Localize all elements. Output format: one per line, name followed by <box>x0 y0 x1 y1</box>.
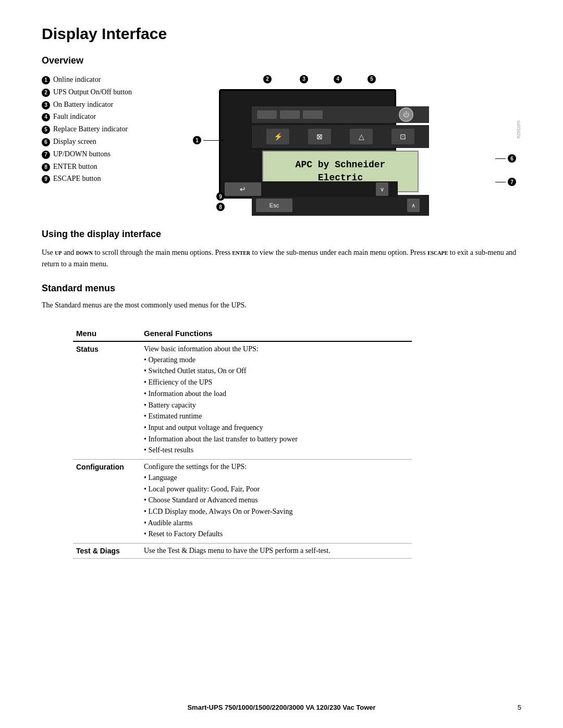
btn-icon-4[interactable]: ⊡ <box>391 129 414 144</box>
ups-body: ⏻ ⚡ ⊠ △ ⊡ APC by Schneider Electric <box>219 89 396 199</box>
menu-item: Information about the load <box>144 388 407 400</box>
indicator-label: UP/DOWN buttons <box>53 148 111 161</box>
using-section: Using the display interface Use up and d… <box>42 229 521 270</box>
indicator-item-1: 1Online indicator <box>42 73 177 86</box>
callout-8-bottom: 8 <box>216 203 225 211</box>
callout-6-side: 6 <box>495 154 516 163</box>
down-button[interactable]: ∨ <box>376 182 388 196</box>
menu-item: Information about the last transfer to b… <box>144 434 407 445</box>
overview-section: Overview 1Online indicator2UPS Output On… <box>42 55 521 214</box>
indicator-item-3: 3On Battery indicator <box>42 98 177 111</box>
using-text: Use up and down to scroll through the ma… <box>42 247 521 270</box>
up-label: up <box>55 249 62 256</box>
menu-item: Language <box>144 472 407 484</box>
col-functions: General Functions <box>141 327 412 341</box>
indicator-num: 5 <box>42 126 50 134</box>
menu-item: Audible alarms <box>144 517 407 529</box>
indicator-label: Display screen <box>53 135 96 148</box>
btn-icon-3[interactable]: △ <box>350 129 373 144</box>
overview-heading: Overview <box>42 55 521 66</box>
table-row: ConfigurationConfigure the settings for … <box>73 459 412 543</box>
down-label: down <box>76 249 93 256</box>
indicator-num: 1 <box>42 76 50 84</box>
buttons-row: ⚡ ⊠ △ ⊡ <box>252 125 429 148</box>
indicator-label: Online indicator <box>53 73 101 86</box>
menu-item: Reset to Factory Defaults <box>144 528 407 540</box>
menu-name: Test & Diags <box>73 544 141 559</box>
menu-item: LCD Display mode, Always On or Power-Sav… <box>144 506 407 517</box>
menu-item: Estimated runtime <box>144 411 407 422</box>
menu-name: Status <box>73 341 141 460</box>
watermark: su0342a <box>516 120 521 139</box>
page-title: Display Interface <box>42 25 521 43</box>
indicator-num: 2 <box>42 89 50 97</box>
menu-functions: View basic information about the UPS:Ope… <box>141 341 412 460</box>
standard-intro: The Standard menus are the most commonly… <box>42 301 521 310</box>
menu-table: Menu General Functions StatusView basic … <box>73 327 412 559</box>
indicator-item-2: 2UPS Output On/Off button <box>42 86 177 98</box>
menu-intro: Configure the settings for the UPS: <box>144 463 247 471</box>
screen-text-line1: APC by Schneider <box>296 158 386 171</box>
indicator-label: Replace Battery indicator <box>53 123 128 135</box>
indicator-item-8: 8ENTER button <box>42 161 177 173</box>
callout-5: 5 <box>368 75 376 83</box>
bottom-row: Esc ∧ <box>252 195 429 216</box>
menu-item: Operating mode <box>144 354 407 366</box>
standard-heading: Standard menus <box>42 283 521 294</box>
menu-item: Self-test results <box>144 445 407 456</box>
indicator-num: 3 <box>42 101 50 109</box>
standard-section: Standard menus The Standard menus are th… <box>42 283 521 559</box>
table-row: StatusView basic information about the U… <box>73 341 412 460</box>
callout-4: 4 <box>334 75 342 83</box>
table-row: Test & DiagsUse the Test & Diags menu to… <box>73 544 412 559</box>
menu-item: Input and output voltage and frequency <box>144 422 407 434</box>
escape-label: escape <box>427 249 448 256</box>
indicator-item-4: 4Fault indicator <box>42 110 177 123</box>
indicator-num: 7 <box>42 151 50 159</box>
menu-item: Battery capacity <box>144 400 407 411</box>
callout-7-side: 7 <box>495 178 516 186</box>
menu-item: Local power quality: Good, Fair, Poor <box>144 484 407 495</box>
indicator-label: ESCAPE button <box>53 172 101 185</box>
enter-row: ↵ ∨ <box>221 181 398 197</box>
indicator-num: 8 <box>42 163 50 171</box>
up-button[interactable]: ∧ <box>407 199 420 212</box>
menu-item: Efficiency of the UPS <box>144 377 407 388</box>
indicator-label: ENTER button <box>53 161 97 173</box>
indicator-label: UPS Output On/Off button <box>53 86 132 98</box>
menu-functions: Use the Test & Diags menu to have the UP… <box>141 544 412 559</box>
indicator-num: 6 <box>42 138 50 146</box>
callout-9-bottom: 9 <box>216 192 225 201</box>
indicator-label: On Battery indicator <box>53 98 113 111</box>
top-bar: ⏻ <box>252 106 429 123</box>
menu-item: Switched Outlet status, On or Off <box>144 365 407 377</box>
indicator-item-6: 6Display screen <box>42 135 177 148</box>
indicator-num: 4 <box>42 113 50 121</box>
esc-button[interactable]: Esc <box>256 199 292 212</box>
enter-button[interactable]: ↵ <box>225 182 261 196</box>
menu-name: Configuration <box>73 459 141 543</box>
indicator-num: 9 <box>42 175 50 183</box>
indicator-item-7: 7UP/DOWN buttons <box>42 148 177 161</box>
indicator-item-5: 5Replace Battery indicator <box>42 123 177 135</box>
callout-2: 2 <box>263 75 272 83</box>
footer-text: Smart-UPS 750/1000/1500/2200/3000 VA 120… <box>0 704 563 711</box>
btn-icon-2[interactable]: ⊠ <box>308 129 331 144</box>
ups-diagram: 2 3 4 5 ⏻ <box>188 73 521 214</box>
callout-1-side: 1 <box>193 136 224 144</box>
page-footer: Smart-UPS 750/1000/1500/2200/3000 VA 120… <box>0 704 563 711</box>
indicator-item-9: 9ESCAPE button <box>42 172 177 185</box>
indicator-list: 1Online indicator2UPS Output On/Off butt… <box>42 73 177 185</box>
using-heading: Using the display interface <box>42 229 521 240</box>
menu-intro: View basic information about the UPS: <box>144 345 259 353</box>
overview-content: 1Online indicator2UPS Output On/Off butt… <box>42 73 521 214</box>
btn-icon-1[interactable]: ⚡ <box>266 129 289 144</box>
callout-3: 3 <box>300 75 308 83</box>
indicator-label: Fault indicator <box>53 110 96 123</box>
enter-label: enter <box>232 249 250 256</box>
col-menu: Menu <box>73 327 141 341</box>
page-number: 5 <box>518 704 521 711</box>
menu-functions: Configure the settings for the UPS:Langu… <box>141 459 412 543</box>
power-button[interactable]: ⏻ <box>399 107 413 122</box>
menu-item: Choose Standard or Advanced menus <box>144 495 407 506</box>
